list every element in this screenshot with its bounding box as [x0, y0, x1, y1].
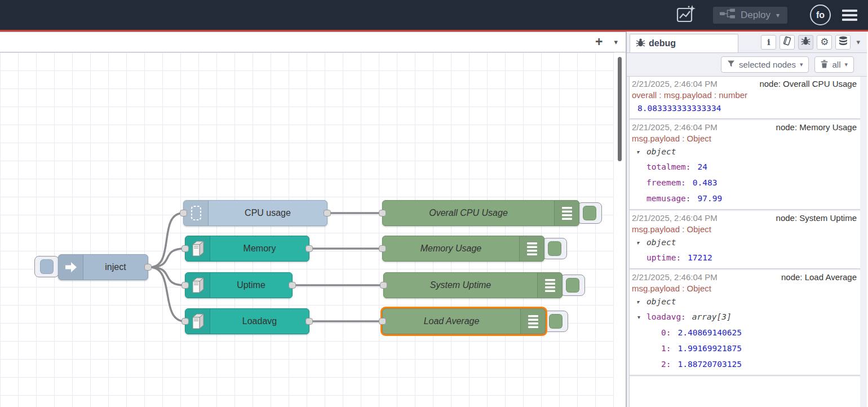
debug-toggle-button[interactable]	[577, 202, 602, 224]
expand-caret-icon[interactable]: ▾	[636, 149, 639, 155]
sidebar-info-button[interactable]: i	[761, 35, 776, 50]
input-port[interactable]	[379, 318, 386, 325]
message-timestamp: 2/21/2025, 2:46:04 PM	[632, 272, 718, 283]
filter-funnel-icon	[727, 60, 735, 69]
workspace-grid[interactable]: inject CPU usage	[0, 52, 626, 407]
output-port[interactable]	[144, 264, 152, 271]
object-root: object	[646, 238, 676, 247]
message-source-node[interactable]: node: System Uptime	[773, 213, 857, 224]
expand-caret-icon[interactable]: ▾	[636, 240, 639, 246]
computer-tower-icon	[185, 236, 210, 261]
node-label: Memory	[210, 236, 309, 261]
debug-message: 2/21/2025, 2:46:04 PM node: Overall CPU …	[630, 77, 860, 119]
deploy-caret-icon[interactable]: ▾	[776, 11, 780, 19]
input-port[interactable]	[379, 210, 386, 216]
node-label: Loadavg	[210, 309, 309, 334]
node-inject[interactable]: inject	[58, 254, 148, 280]
node-label: Memory Usage	[383, 236, 519, 261]
input-port[interactable]	[180, 210, 187, 216]
main-menu-button[interactable]	[842, 10, 857, 21]
node-system-uptime[interactable]: System Uptime	[383, 272, 563, 298]
message-source-node[interactable]: node: Memory Usage	[773, 122, 857, 133]
debug-clear-button[interactable]: all ▾	[814, 56, 854, 73]
node-label: Uptime	[210, 273, 292, 298]
flow-list-button[interactable]: ▾	[614, 38, 618, 46]
debug-list-icon	[537, 273, 562, 298]
wire[interactable]	[150, 249, 185, 267]
debug-list-icon	[554, 201, 579, 225]
node-label: Load Average	[383, 309, 520, 334]
debug-toggle-button[interactable]	[542, 238, 567, 259]
input-port[interactable]	[380, 282, 387, 289]
output-port[interactable]	[305, 245, 313, 252]
cpu-chip-icon	[184, 201, 209, 225]
expand-caret-icon[interactable]: ▾	[637, 314, 640, 320]
sidebar-more-tabs-button[interactable]: ▾	[854, 38, 862, 46]
caret-down-icon: ▾	[800, 61, 803, 68]
bug-icon	[636, 38, 645, 50]
debug-toolbar: selected nodes ▾ all ▾	[627, 53, 867, 77]
object-root: object	[646, 297, 676, 306]
input-port[interactable]	[181, 245, 189, 252]
caret-down-icon: ▾	[844, 61, 848, 68]
array-item: 2:1.88720703125	[632, 356, 857, 372]
debug-message: 2/21/2025, 2:46:04 PM node: System Uptim…	[630, 211, 860, 269]
node-cpu-usage[interactable]: CPU usage	[183, 200, 327, 226]
add-flow-button[interactable]: +	[595, 36, 603, 48]
node-label: inject	[83, 255, 148, 280]
input-port[interactable]	[379, 245, 386, 252]
node-uptime[interactable]: Uptime	[185, 272, 293, 298]
message-timestamp: 2/21/2025, 2:46:04 PM	[632, 122, 718, 133]
array-entry-header: ▾ loadavg: array[3]	[632, 309, 857, 325]
object-entry: memusage:97.99	[632, 191, 857, 206]
output-port[interactable]	[305, 318, 313, 325]
deploy-nodes-icon	[720, 8, 735, 22]
message-meta: msg.payload : Object	[632, 224, 857, 235]
expand-caret-icon[interactable]: ▾	[636, 299, 639, 305]
export-image-icon	[676, 5, 696, 26]
node-overall-cpu-usage[interactable]: Overall CPU Usage	[382, 200, 579, 226]
gear-icon: ⚙	[820, 37, 829, 47]
export-image-button[interactable]	[676, 5, 696, 26]
sidebar-context-button[interactable]	[835, 35, 851, 50]
sidebar: debug i	[627, 32, 867, 407]
message-source-node[interactable]: node: Load Average	[778, 272, 857, 283]
array-item: 0:2.40869140625	[632, 325, 857, 340]
node-loadavg[interactable]: Loadavg	[185, 308, 309, 334]
object-entry: totalmem:24	[632, 159, 857, 175]
debug-message: 2/21/2025, 2:46:04 PM node: Memory Usage…	[630, 120, 860, 210]
object-entry: freemem:0.483	[632, 175, 857, 191]
flow-canvas: + ▾ i	[0, 32, 627, 407]
output-port[interactable]	[324, 210, 331, 216]
node-memory-usage[interactable]: Memory Usage	[382, 236, 544, 262]
array-item: 1:1.99169921875	[632, 340, 857, 356]
node-label: CPU usage	[209, 201, 327, 225]
node-load-average[interactable]: Load Average	[382, 308, 546, 334]
tab-debug[interactable]: debug	[630, 34, 738, 52]
debug-toggle-button[interactable]	[543, 311, 568, 332]
computer-tower-icon	[185, 273, 210, 298]
bug-icon	[801, 36, 811, 48]
sidebar-debug-button[interactable]	[798, 35, 813, 50]
flow-tab-bar: + ▾	[0, 32, 626, 52]
input-port[interactable]	[181, 318, 189, 325]
user-avatar[interactable]: fo	[810, 5, 831, 25]
message-timestamp: 2/21/2025, 2:46:04 PM	[632, 78, 718, 90]
input-port[interactable]	[181, 282, 189, 289]
debug-clear-label: all	[832, 60, 840, 69]
debug-toggle-button[interactable]	[560, 275, 585, 296]
output-port[interactable]	[289, 282, 296, 289]
debug-filter-button[interactable]: selected nodes ▾	[721, 56, 809, 73]
hamburger-icon	[842, 10, 857, 12]
inject-trigger-button[interactable]	[34, 256, 59, 277]
canvas-vertical-scrollbar[interactable]	[618, 57, 622, 161]
message-source-node[interactable]: node: Overall CPU Usage	[756, 78, 857, 90]
wire[interactable]	[150, 267, 185, 285]
debug-list-icon	[519, 236, 544, 261]
tab-debug-label: debug	[649, 38, 676, 48]
sidebar-config-button[interactable]: ⚙	[817, 35, 832, 50]
node-memory[interactable]: Memory	[185, 236, 309, 262]
sidebar-help-button[interactable]	[780, 35, 795, 50]
book-icon	[782, 36, 792, 48]
deploy-button[interactable]: Deploy ▾	[713, 7, 787, 24]
